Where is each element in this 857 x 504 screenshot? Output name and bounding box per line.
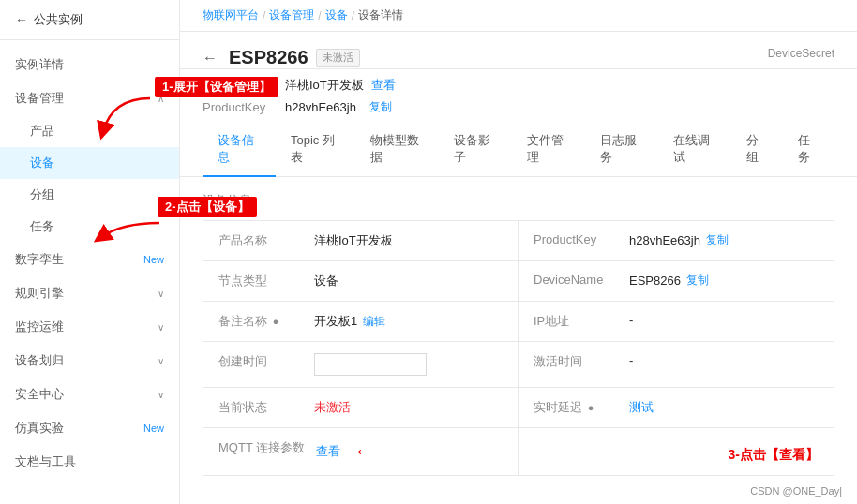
productkey-val: h28vhEe63jh xyxy=(629,233,700,247)
breadcrumb-item-1[interactable]: 物联网平台 xyxy=(203,7,259,23)
device-name: ESP8266 xyxy=(229,47,308,68)
chevron-down-icon-monitor: ∨ xyxy=(158,322,164,333)
label-alias: 备注名称 ● xyxy=(218,313,303,330)
test-latency-btn[interactable]: 测试 xyxy=(629,399,654,416)
info-cell-productkey: ProductKey h28vhEe63jh 复制 xyxy=(519,221,834,261)
product-value: 洋桃IoT开发板 xyxy=(285,77,364,94)
device-detail: ← ESP8266 未激活 DeviceSecret 产品 洋桃IoT开发板 查… xyxy=(180,32,857,504)
sidebar-item-device[interactable]: 设备 xyxy=(0,147,179,179)
value-activate-time: - xyxy=(629,353,633,367)
device-header: ← ESP8266 未激活 DeviceSecret xyxy=(180,32,857,69)
chevron-down-icon-archive: ∨ xyxy=(158,356,164,366)
label-create-time: 创建时间 xyxy=(218,353,303,370)
label-node-type: 节点类型 xyxy=(218,273,303,289)
tab-device-info[interactable]: 设备信息 xyxy=(203,123,276,177)
sidebar: ← 公共实例 实例详情 设备管理 ∧ 产品 设备 分组 任务 xyxy=(0,0,180,504)
alias-hint-icon: ● xyxy=(273,316,279,327)
breadcrumb-sep-2: / xyxy=(318,9,321,22)
copy-productkey-btn[interactable]: 复制 xyxy=(706,232,729,248)
productkey-row: ProductKey h28vhEe63jh 复制 xyxy=(203,99,834,115)
info-cell-product-name: 产品名称 洋桃IoT开发板 xyxy=(203,221,519,261)
tab-task[interactable]: 任务 xyxy=(783,123,834,177)
info-cell-mqtt-right: 3-点击【查看】 xyxy=(519,428,834,475)
chevron-down-icon-rule: ∨ xyxy=(158,289,164,299)
value-latency: 测试 xyxy=(629,399,654,416)
label-productkey: ProductKey xyxy=(534,232,618,246)
label-product-name: 产品名称 xyxy=(218,232,303,249)
sidebar-item-rule-engine[interactable]: 规则引擎 ∨ xyxy=(0,276,179,310)
info-cell-alias: 备注名称 ● 开发板1 编辑 xyxy=(203,302,519,342)
tab-group[interactable]: 分组 xyxy=(731,123,783,177)
tabs: 设备信息 Topic 列表 物模型数据 设备影子 文件管理 日志服务 在线调试 … xyxy=(180,123,857,177)
sidebar-item-product[interactable]: 产品 xyxy=(0,115,179,147)
breadcrumb-current: 设备详情 xyxy=(358,7,403,23)
tab-file-mgmt[interactable]: 文件管理 xyxy=(512,123,585,177)
alias-label-text: 备注名称 xyxy=(218,314,267,328)
mqtt-arrow-annotation: ← xyxy=(353,439,374,464)
tab-log-service[interactable]: 日志服务 xyxy=(585,123,658,177)
info-cell-activate-time: 激活时间 - xyxy=(519,342,834,388)
label-devicename: DeviceName xyxy=(534,273,618,287)
devicename-val: ESP8266 xyxy=(629,274,681,288)
info-cell-ip: IP地址 - xyxy=(519,302,834,342)
sidebar-nav: 实例详情 设备管理 ∧ 产品 设备 分组 任务 数字孪生 New xyxy=(0,40,179,504)
product-row: 产品 洋桃IoT开发板 查看 xyxy=(203,77,834,94)
tab-thing-model[interactable]: 物模型数据 xyxy=(355,123,439,177)
sidebar-item-device-archive[interactable]: 设备划归 ∨ xyxy=(0,344,179,378)
device-back-arrow[interactable]: ← xyxy=(203,50,218,67)
info-cell-devicename: DeviceName ESP8266 复制 xyxy=(519,261,834,302)
create-time-input[interactable] xyxy=(314,353,427,376)
csdn-watermark: CSDN @ONE_Day| xyxy=(750,485,842,497)
info-cell-current-status: 当前状态 未激活 xyxy=(203,388,519,428)
breadcrumb-item-3[interactable]: 设备 xyxy=(325,7,348,23)
productkey-value: h28vhEe63jh xyxy=(285,100,356,114)
info-cell-latency: 实时延迟 ● 测试 xyxy=(519,388,834,428)
product-link[interactable]: 查看 xyxy=(371,77,396,94)
device-meta: 产品 洋桃IoT开发板 查看 ProductKey h28vhEe63jh 复制 xyxy=(180,69,857,115)
sidebar-item-doc-tools[interactable]: 文档与工具 xyxy=(0,445,179,479)
label-ip: IP地址 xyxy=(534,313,618,330)
breadcrumb-sep-3: / xyxy=(352,9,354,22)
value-product-name: 洋桃IoT开发板 xyxy=(314,232,393,249)
value-alias: 开发板1 编辑 xyxy=(314,313,385,330)
sidebar-item-digital-twin[interactable]: 数字孪生 New xyxy=(0,243,179,276)
label-activate-time: 激活时间 xyxy=(534,353,618,370)
productkey-label: ProductKey xyxy=(203,100,278,114)
latency-hint-icon: ● xyxy=(588,402,594,413)
value-devicename: ESP8266 复制 xyxy=(629,273,709,289)
back-to-instances[interactable]: ← 公共实例 xyxy=(0,0,179,40)
device-status-badge: 未激活 xyxy=(316,49,360,67)
sidebar-item-simulation[interactable]: 仿真实验 New xyxy=(0,411,179,445)
value-mqtt: 查看 ← xyxy=(316,439,374,464)
sidebar-item-security-center[interactable]: 安全中心 ∨ xyxy=(0,378,179,411)
tab-topic-list[interactable]: Topic 列表 xyxy=(276,123,355,177)
sidebar-item-monitor-ops[interactable]: 监控运维 ∨ xyxy=(0,310,179,344)
breadcrumb-item-2[interactable]: 设备管理 xyxy=(269,7,314,23)
mqtt-view-btn[interactable]: 查看 xyxy=(316,443,340,460)
sidebar-item-instance-detail[interactable]: 实例详情 xyxy=(0,48,179,82)
breadcrumb-sep-1: / xyxy=(263,9,265,22)
value-productkey: h28vhEe63jh 复制 xyxy=(629,232,729,248)
chevron-down-icon-security: ∨ xyxy=(158,390,164,400)
sidebar-item-task[interactable]: 任务 xyxy=(0,211,179,243)
device-secret-label: DeviceSecret xyxy=(768,47,834,60)
chevron-up-icon: ∧ xyxy=(158,94,164,104)
annot3-label: 3-点击【查看】 xyxy=(729,447,819,464)
value-create-time xyxy=(314,353,427,376)
info-cell-mqtt: MQTT 连接参数 查看 ← xyxy=(203,428,519,475)
sidebar-item-group[interactable]: 分组 xyxy=(0,179,179,211)
copy-devicename-btn[interactable]: 复制 xyxy=(686,273,709,289)
back-arrow-icon: ← xyxy=(15,12,28,27)
label-latency: 实时延迟 ● xyxy=(534,399,618,416)
value-ip: - xyxy=(629,313,633,327)
sidebar-item-device-mgmt[interactable]: 设备管理 ∧ xyxy=(0,82,179,115)
section-title: 设备信息 xyxy=(203,192,834,209)
info-section: 设备信息 产品名称 洋桃IoT开发板 ProductKey h28vhEe63j… xyxy=(180,177,857,491)
tab-device-shadow[interactable]: 设备影子 xyxy=(439,123,512,177)
info-grid: 产品名称 洋桃IoT开发板 ProductKey h28vhEe63jh 复制 … xyxy=(203,220,834,476)
edit-alias-btn[interactable]: 编辑 xyxy=(363,314,385,330)
tab-online-debug[interactable]: 在线调试 xyxy=(658,123,731,177)
breadcrumb: 物联网平台 / 设备管理 / 设备 / 设备详情 xyxy=(180,0,857,32)
productkey-copy[interactable]: 复制 xyxy=(369,99,392,115)
back-label: 公共实例 xyxy=(34,11,83,28)
